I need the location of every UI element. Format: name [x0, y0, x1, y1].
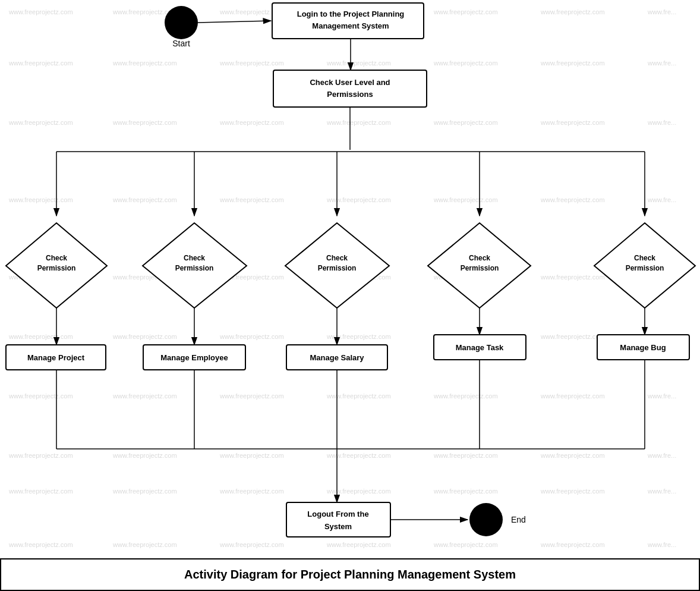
diamond-5-text-1: Check — [634, 254, 655, 262]
start-label: Start — [172, 39, 190, 48]
diamond-4-text-1: Check — [469, 254, 490, 262]
check-user-box — [273, 70, 427, 107]
footer-bar: Activity Diagram for Project Planning Ma… — [0, 558, 700, 591]
diagram-container: Start Login to the Project Planning Mana… — [0, 0, 700, 591]
diamond-1-text-1: Check — [46, 254, 67, 262]
diamond-5-text-2: Permission — [626, 264, 664, 272]
check-user-text-2: Permissions — [327, 90, 373, 99]
login-text-2: Management System — [312, 21, 389, 30]
login-box — [272, 3, 424, 39]
manage-employee-text: Manage Employee — [160, 353, 228, 362]
arrow-start-login — [198, 21, 271, 23]
diamond-4-text-2: Permission — [461, 264, 499, 272]
manage-bug-text: Manage Bug — [620, 343, 666, 352]
manage-project-text: Manage Project — [27, 353, 85, 362]
end-label: End — [511, 515, 526, 524]
diamond-2-text-2: Permission — [175, 264, 214, 272]
diamond-3-text-1: Check — [326, 254, 348, 262]
diamond-3-text-2: Permission — [318, 264, 357, 272]
logout-text-2: System — [324, 522, 352, 531]
diamond-2-text-1: Check — [184, 254, 205, 262]
logout-box — [286, 502, 390, 537]
manage-salary-text: Manage Salary — [310, 353, 364, 362]
logout-text-1: Logout From the — [307, 510, 368, 518]
start-node — [165, 6, 198, 39]
login-text-1: Login to the Project Planning — [297, 10, 405, 18]
end-node — [469, 503, 503, 536]
check-user-text-1: Check User Level and — [310, 78, 390, 87]
footer-title: Activity Diagram for Project Planning Ma… — [184, 568, 516, 581]
manage-task-text: Manage Task — [456, 343, 504, 352]
diamond-1-text-2: Permission — [37, 264, 76, 272]
